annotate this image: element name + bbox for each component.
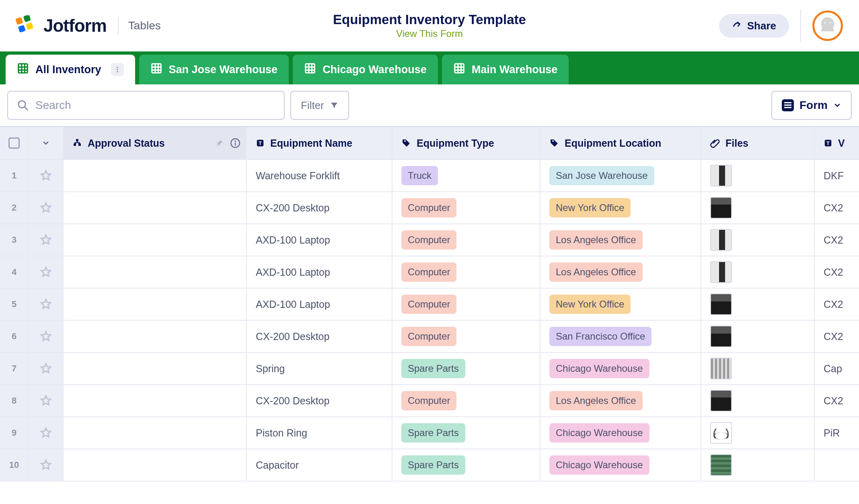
form-view-button[interactable]: Form [771,91,852,120]
file-thumbnail[interactable] [710,293,732,315]
column-header-approval[interactable]: Approval Status [64,127,247,159]
cell-type[interactable]: Computer [393,224,540,256]
star-icon[interactable] [39,266,52,279]
select-all-checkbox[interactable] [8,137,20,149]
cell-location[interactable]: New York Office [540,289,701,320]
cell-vendor[interactable]: CX2 [815,321,858,352]
cell-name[interactable]: Warehouse Forklift [247,160,393,191]
cell-type[interactable]: Computer [393,321,540,352]
table-row[interactable]: 3AXD-100 LaptopComputerLos Angeles Offic… [0,224,859,256]
file-thumbnail[interactable] [710,165,732,186]
row-star[interactable] [29,385,64,416]
cell-approval[interactable] [64,192,247,223]
table-row[interactable]: 2CX-200 DesktopComputerNew York OfficeCX… [0,192,859,224]
cell-files[interactable] [701,321,815,352]
row-star[interactable] [29,321,64,352]
column-header-files[interactable]: Files [701,127,815,159]
tab-san-jose-warehouse[interactable]: San Jose Warehouse [139,55,289,84]
row-star[interactable] [29,449,64,481]
cell-vendor[interactable]: Cap [815,353,858,384]
cell-type[interactable]: Computer [393,256,540,288]
cell-files[interactable] [701,224,815,256]
cell-files[interactable] [701,385,815,416]
table-row[interactable]: 10CapacitorSpare PartsChicago Warehouse [0,449,859,481]
star-icon[interactable] [39,362,52,375]
cell-location[interactable]: Chicago Warehouse [540,353,701,384]
row-star[interactable] [29,256,64,288]
cell-files[interactable] [701,417,815,449]
search-input-container[interactable] [7,91,285,120]
table-row[interactable]: 5AXD-100 LaptopComputerNew York OfficeCX… [0,289,859,321]
file-thumbnail[interactable] [710,326,732,347]
column-header-location[interactable]: Equipment Location [540,127,701,159]
cell-type[interactable]: Spare Parts [393,353,540,384]
tab-all-inventory[interactable]: All Inventory [6,55,135,84]
cell-approval[interactable] [64,321,247,352]
star-icon[interactable] [39,330,52,343]
table-row[interactable]: 8CX-200 DesktopComputerLos Angeles Offic… [0,385,859,417]
cell-name[interactable]: Piston Ring [247,417,393,449]
cell-location[interactable]: San Francisco Office [540,321,701,352]
table-row[interactable]: 4AXD-100 LaptopComputerLos Angeles Offic… [0,256,859,289]
row-star[interactable] [29,417,64,449]
share-button[interactable]: Share [719,14,789,38]
select-all-cell[interactable] [0,127,29,159]
column-header-vendor[interactable]: T V [815,127,858,159]
cell-location[interactable]: Los Angeles Office [540,385,701,416]
cell-name[interactable]: AXD-100 Laptop [247,289,393,320]
cell-type[interactable]: Computer [393,192,540,223]
table-row[interactable]: 9Piston RingSpare PartsChicago Warehouse… [0,417,859,449]
row-star[interactable] [29,160,64,191]
cell-vendor[interactable]: CX2 [815,289,858,320]
tab-main-warehouse[interactable]: Main Warehouse [442,55,569,84]
star-icon[interactable] [39,394,52,407]
tab-more-button[interactable] [111,63,124,76]
view-form-link[interactable]: View This Form [333,28,526,39]
filter-button[interactable]: Filter [290,91,349,120]
cell-approval[interactable] [64,224,247,256]
cell-location[interactable]: San Jose Warehouse [540,160,701,191]
cell-files[interactable] [701,256,815,288]
cell-name[interactable]: Spring [247,353,393,384]
cell-approval[interactable] [64,160,247,191]
cell-approval[interactable] [64,385,247,416]
cell-vendor[interactable]: CX2 [815,192,858,223]
expand-all-cell[interactable] [29,127,64,159]
cell-type[interactable]: Truck [393,160,540,191]
cell-files[interactable] [701,449,815,481]
row-star[interactable] [29,353,64,384]
cell-name[interactable]: AXD-100 Laptop [247,256,393,288]
pin-icon[interactable] [215,139,224,148]
star-icon[interactable] [39,298,52,311]
cell-name[interactable]: CX-200 Desktop [247,192,393,223]
file-thumbnail[interactable] [710,197,732,219]
file-thumbnail[interactable] [710,358,732,379]
cell-vendor[interactable]: PiR [815,417,858,449]
cell-vendor[interactable]: CX2 [815,256,858,288]
file-thumbnail[interactable] [710,454,732,476]
cell-vendor[interactable]: CX2 [815,385,858,416]
cell-files[interactable] [701,160,815,191]
star-icon[interactable] [39,426,52,439]
file-thumbnail[interactable] [710,390,732,412]
star-icon[interactable] [39,201,52,214]
cell-location[interactable]: Chicago Warehouse [540,449,701,481]
avatar[interactable] [812,10,843,41]
star-icon[interactable] [39,459,52,471]
star-icon[interactable] [39,169,52,182]
table-row[interactable]: 7SpringSpare PartsChicago WarehouseCap [0,353,859,385]
cell-type[interactable]: Computer [393,289,540,320]
cell-approval[interactable] [64,449,247,481]
cell-name[interactable]: Capacitor [247,449,393,481]
file-thumbnail[interactable] [710,261,732,283]
search-input[interactable] [35,99,275,112]
star-icon[interactable] [39,234,52,246]
column-header-name[interactable]: T Equipment Name [247,127,393,159]
cell-name[interactable]: CX-200 Desktop [247,321,393,352]
cell-vendor[interactable] [815,449,858,481]
file-thumbnail[interactable] [710,229,732,251]
row-star[interactable] [29,289,64,320]
cell-location[interactable]: Los Angeles Office [540,224,701,256]
cell-files[interactable] [701,353,815,384]
cell-approval[interactable] [64,289,247,320]
